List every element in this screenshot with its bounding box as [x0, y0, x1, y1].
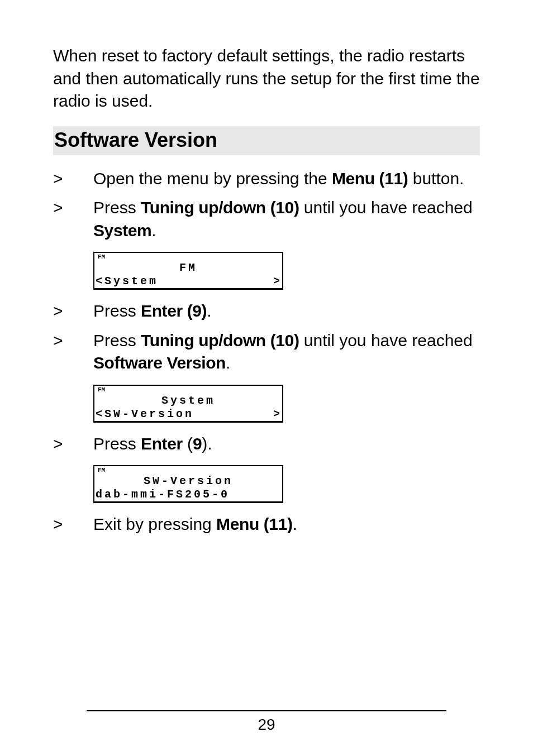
intro-paragraph: When reset to factory default settings, …	[53, 45, 480, 113]
text: Press	[93, 434, 141, 453]
step-open-menu: > Open the menu by pressing the Menu (11…	[53, 168, 480, 190]
step-marker: >	[53, 433, 93, 456]
tuning-button-ref: Tuning up/down (10)	[141, 331, 299, 350]
lcd-bottom-left: <SW-Version	[96, 408, 194, 421]
menu-button-ref: Menu (11)	[216, 515, 292, 533]
text: Press	[93, 198, 141, 217]
step-exit: > Exit by pressing Menu (11).	[53, 513, 480, 536]
step-body: Exit by pressing Menu (11).	[93, 513, 480, 536]
section-heading: Software Version	[53, 126, 480, 155]
enter-button-ref: Enter (9)	[141, 302, 207, 320]
step-body: Open the menu by pressing the Menu (11) …	[93, 168, 480, 190]
menu-button-ref: Menu (11)	[332, 169, 408, 188]
lcd-center-text: FM	[98, 261, 279, 275]
software-version-ref: Software Version	[93, 353, 226, 372]
step-tuning-system: > Press Tuning up/down (10) until you ha…	[53, 197, 480, 242]
lcd-mode-indicator: FM	[98, 254, 279, 260]
lcd-mode-indicator: FM	[98, 387, 279, 393]
text: .	[207, 302, 211, 320]
step-body: Press Tuning up/down (10) until you have…	[93, 197, 480, 242]
lcd-mode-indicator: FM	[98, 467, 279, 473]
lcd-bottom-left: <System	[96, 275, 158, 288]
step-tuning-sw-version: > Press Tuning up/down (10) until you ha…	[53, 329, 480, 375]
text: until you have reached	[299, 331, 472, 350]
lcd-screen: FM FM <System >	[93, 252, 283, 290]
text: Exit by pressing	[93, 515, 216, 533]
lcd-bottom-row: <SW-Version >	[94, 408, 282, 422]
step-body: Press Enter (9).	[93, 433, 480, 456]
text: (	[183, 434, 193, 453]
step-press-enter-2: > Press Enter (9).	[53, 433, 480, 456]
lcd-center-text: SW-Version	[98, 475, 279, 488]
step-press-enter-1: > Press Enter (9).	[53, 300, 480, 323]
text: Press	[93, 302, 141, 320]
step-marker: >	[53, 329, 93, 375]
nine-ref: 9	[193, 434, 202, 453]
text: .	[151, 221, 156, 240]
text: .	[293, 515, 297, 533]
system-ref: System	[93, 221, 151, 240]
text: until you have reached	[299, 198, 472, 217]
step-body: Press Tuning up/down (10) until you have…	[93, 329, 480, 375]
step-marker: >	[53, 513, 93, 536]
page-number: 29	[53, 716, 480, 734]
footer-rule	[87, 710, 446, 711]
lcd-display-1: FM FM <System >	[53, 252, 480, 290]
lcd-bottom-right: >	[273, 408, 280, 421]
lcd-bottom-row: dab-mmi-FS205-0	[94, 488, 282, 502]
lcd-bottom-right: >	[273, 275, 280, 288]
lcd-display-2: FM System <SW-Version >	[53, 385, 480, 423]
step-body: Press Enter (9).	[93, 300, 480, 323]
text: button.	[408, 169, 464, 188]
step-marker: >	[53, 197, 93, 242]
page-footer: 29	[53, 710, 480, 734]
text: ).	[202, 434, 212, 453]
text: Open the menu by pressing the	[93, 169, 332, 188]
lcd-screen: FM SW-Version dab-mmi-FS205-0	[93, 465, 283, 503]
lcd-bottom-left: dab-mmi-FS205-0	[96, 488, 230, 501]
lcd-display-3: FM SW-Version dab-mmi-FS205-0	[53, 465, 480, 503]
text: .	[226, 353, 230, 372]
lcd-screen: FM System <SW-Version >	[93, 385, 283, 423]
text: Press	[93, 331, 141, 350]
step-marker: >	[53, 300, 93, 323]
lcd-bottom-row: <System >	[94, 275, 282, 289]
enter-button-ref: Enter	[141, 434, 183, 453]
step-marker: >	[53, 168, 93, 190]
lcd-center-text: System	[98, 394, 279, 408]
tuning-button-ref: Tuning up/down (10)	[141, 198, 299, 217]
